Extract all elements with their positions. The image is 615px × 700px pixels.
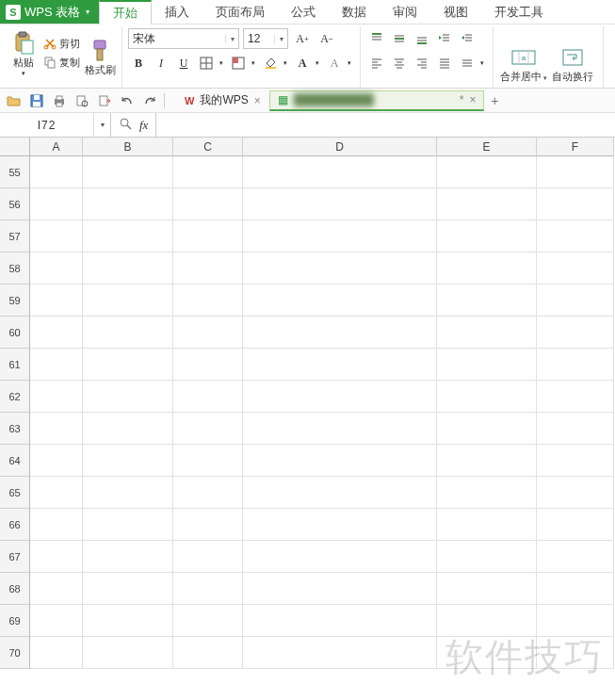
italic-button[interactable]: I bbox=[151, 53, 171, 73]
cell[interactable] bbox=[83, 605, 173, 637]
cell[interactable] bbox=[173, 509, 243, 541]
cell[interactable] bbox=[83, 637, 173, 669]
menu-tab-5[interactable]: 审阅 bbox=[380, 0, 430, 24]
cell[interactable] bbox=[437, 637, 537, 669]
cell[interactable] bbox=[537, 477, 614, 509]
redo-button[interactable] bbox=[141, 92, 158, 109]
orientation-button[interactable] bbox=[457, 53, 477, 73]
cell[interactable] bbox=[243, 605, 437, 637]
row-head[interactable]: 68 bbox=[0, 573, 30, 605]
wrap-text-button[interactable]: 自动换行 bbox=[548, 28, 597, 86]
cell[interactable] bbox=[30, 605, 83, 637]
cell[interactable] bbox=[173, 477, 243, 509]
decrease-indent-button[interactable] bbox=[434, 28, 455, 49]
row-head[interactable]: 56 bbox=[0, 188, 30, 220]
cell[interactable] bbox=[30, 541, 83, 573]
open-button[interactable] bbox=[6, 92, 23, 109]
cell[interactable] bbox=[437, 573, 537, 605]
cell[interactable] bbox=[437, 541, 537, 573]
cell[interactable] bbox=[173, 573, 243, 605]
cell[interactable] bbox=[30, 573, 83, 605]
cell[interactable] bbox=[83, 541, 173, 573]
bold-button[interactable]: B bbox=[128, 53, 149, 73]
cell[interactable] bbox=[537, 541, 614, 573]
cell[interactable] bbox=[30, 445, 83, 477]
cell[interactable] bbox=[243, 509, 437, 541]
name-box[interactable]: I72 ▾ bbox=[0, 113, 111, 137]
cell[interactable] bbox=[437, 381, 537, 413]
increase-indent-button[interactable] bbox=[457, 28, 477, 49]
menu-tab-2[interactable]: 页面布局 bbox=[202, 0, 278, 24]
align-top-button[interactable] bbox=[366, 28, 387, 49]
cell[interactable] bbox=[537, 637, 614, 669]
cell[interactable] bbox=[83, 188, 173, 220]
row-head[interactable]: 59 bbox=[0, 285, 30, 317]
cell[interactable] bbox=[243, 381, 437, 413]
font-color-button[interactable]: A bbox=[292, 53, 313, 73]
cell[interactable] bbox=[173, 317, 243, 349]
cell[interactable] bbox=[437, 252, 537, 285]
col-head-C[interactable]: C bbox=[173, 138, 243, 156]
cell[interactable] bbox=[243, 445, 437, 477]
row-head[interactable]: 57 bbox=[0, 220, 30, 252]
cell[interactable] bbox=[437, 317, 537, 349]
cell[interactable] bbox=[243, 349, 437, 381]
menu-tab-7[interactable]: 开发工具 bbox=[481, 0, 557, 24]
cell[interactable] bbox=[83, 445, 173, 477]
cell[interactable] bbox=[537, 317, 614, 349]
close-icon[interactable]: × bbox=[254, 94, 261, 107]
align-bottom-button[interactable] bbox=[412, 28, 432, 49]
close-icon[interactable]: × bbox=[469, 93, 476, 106]
cell[interactable] bbox=[173, 285, 243, 317]
formula-input[interactable] bbox=[156, 113, 615, 137]
row-head[interactable]: 70 bbox=[0, 637, 30, 669]
row-head[interactable]: 65 bbox=[0, 477, 30, 509]
cell[interactable] bbox=[537, 188, 614, 220]
cell[interactable] bbox=[437, 220, 537, 252]
cell[interactable] bbox=[537, 156, 614, 188]
cell[interactable] bbox=[173, 445, 243, 477]
cell[interactable] bbox=[537, 285, 614, 317]
cell[interactable] bbox=[537, 509, 614, 541]
row-head[interactable]: 62 bbox=[0, 381, 30, 413]
cell[interactable] bbox=[243, 573, 437, 605]
cell[interactable] bbox=[173, 605, 243, 637]
cell[interactable] bbox=[437, 445, 537, 477]
format-painter-button[interactable]: 格式刷 bbox=[84, 28, 116, 77]
cell[interactable] bbox=[173, 188, 243, 220]
cell[interactable] bbox=[30, 381, 83, 413]
cell[interactable] bbox=[437, 188, 537, 220]
cell[interactable] bbox=[437, 156, 537, 188]
cell[interactable] bbox=[243, 220, 437, 252]
cell[interactable] bbox=[173, 381, 243, 413]
cell[interactable] bbox=[83, 349, 173, 381]
align-right-button[interactable] bbox=[412, 53, 432, 73]
row-head[interactable]: 61 bbox=[0, 349, 30, 381]
chevron-down-icon[interactable]: ▾ bbox=[345, 53, 354, 73]
cell[interactable] bbox=[83, 477, 173, 509]
cell[interactable] bbox=[437, 285, 537, 317]
fill-color-button[interactable] bbox=[260, 53, 281, 73]
cell[interactable] bbox=[83, 317, 173, 349]
underline-button[interactable]: U bbox=[173, 53, 194, 73]
chevron-down-icon[interactable]: ▾ bbox=[477, 53, 487, 73]
col-head-B[interactable]: B bbox=[83, 138, 173, 156]
cell[interactable] bbox=[30, 477, 83, 509]
menu-tab-1[interactable]: 插入 bbox=[152, 0, 202, 24]
col-head-A[interactable]: A bbox=[30, 138, 83, 156]
cut-button[interactable]: 剪切 bbox=[43, 35, 80, 52]
cell[interactable] bbox=[537, 349, 614, 381]
align-middle-button[interactable] bbox=[389, 28, 410, 49]
cell[interactable] bbox=[243, 477, 437, 509]
cell[interactable] bbox=[537, 573, 614, 605]
col-head-D[interactable]: D bbox=[243, 138, 437, 156]
row-head[interactable]: 60 bbox=[0, 317, 30, 349]
cell[interactable] bbox=[537, 220, 614, 252]
menu-tab-4[interactable]: 数据 bbox=[329, 0, 380, 24]
export-pdf-button[interactable] bbox=[96, 92, 113, 109]
font-size-combo[interactable]: 12 ▾ bbox=[243, 28, 288, 49]
cell[interactable] bbox=[83, 220, 173, 252]
align-center-button[interactable] bbox=[389, 53, 410, 73]
row-head[interactable]: 63 bbox=[0, 413, 30, 445]
cell[interactable] bbox=[173, 220, 243, 252]
